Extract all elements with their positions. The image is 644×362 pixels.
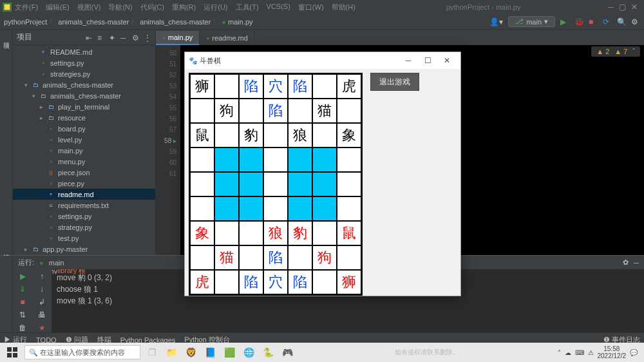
board-cell[interactable] <box>288 245 312 270</box>
user-icon[interactable]: 👤▾ <box>489 17 503 26</box>
tree-item[interactable]: main.py <box>13 145 155 156</box>
app-icon[interactable]: 🐍 <box>259 345 277 360</box>
down-icon[interactable]: ↓ <box>40 285 44 294</box>
menu-item[interactable]: 视图(V) <box>74 1 104 14</box>
board-cell[interactable] <box>263 148 288 172</box>
board-cell[interactable]: 鼠 <box>337 221 361 245</box>
app-icon[interactable]: 📁 <box>162 345 180 360</box>
run-all-icon[interactable]: ⇓ <box>19 285 26 294</box>
board-cell[interactable] <box>312 123 337 148</box>
board-cell[interactable] <box>190 196 214 221</box>
menu-item[interactable]: 运行(U) <box>200 1 231 14</box>
hide-icon[interactable]: ─ <box>120 33 128 41</box>
run-icon[interactable]: ▶ <box>560 17 569 26</box>
menu-item[interactable]: 工具(T) <box>232 1 262 14</box>
board-cell[interactable]: 狮 <box>337 270 361 294</box>
tree-item[interactable]: ▸🗀play_in_terminal <box>13 101 155 112</box>
tree-item[interactable]: settings.py <box>13 57 155 68</box>
hide-icon[interactable]: ─ <box>634 259 639 267</box>
board-cell[interactable]: 狗 <box>312 245 337 270</box>
alert-icon[interactable]: ⚠ <box>588 349 594 356</box>
tree-item[interactable]: menu.py <box>13 156 155 167</box>
menu-item[interactable]: 编辑(E) <box>43 1 73 14</box>
board-cell[interactable] <box>214 196 239 221</box>
board-cell[interactable] <box>214 148 239 172</box>
board-cell[interactable]: 豹 <box>288 221 312 245</box>
board-cell[interactable]: 狼 <box>263 221 288 245</box>
board-cell[interactable]: 豹 <box>239 123 263 148</box>
tree-item[interactable]: level.py <box>13 134 155 145</box>
board-cell[interactable]: 猫 <box>312 99 337 123</box>
board-cell[interactable]: 虎 <box>190 270 214 294</box>
notifications-icon[interactable]: 💬 <box>630 349 638 356</box>
board-cell[interactable] <box>263 172 288 196</box>
board-cell[interactable] <box>190 99 214 123</box>
minimize-icon[interactable]: ─ <box>608 3 614 12</box>
board-cell[interactable]: 象 <box>337 123 361 148</box>
tree-item[interactable]: board.py <box>13 123 155 134</box>
branch-selector[interactable]: ⎇ main ▾ <box>508 16 555 27</box>
clear-icon[interactable]: ★ <box>39 323 46 332</box>
board-cell[interactable] <box>214 172 239 196</box>
board-cell[interactable] <box>239 99 263 123</box>
more-icon[interactable]: ⋮ <box>144 33 151 41</box>
menu-item[interactable]: 代码(C) <box>137 1 167 14</box>
board-cell[interactable]: 穴 <box>263 74 288 99</box>
tree-item[interactable]: README.md <box>13 46 155 57</box>
close-icon[interactable]: ✕ <box>631 3 638 12</box>
tree-item[interactable]: readme.md <box>13 189 155 200</box>
keyboard-icon[interactable]: ⌨ <box>575 349 584 356</box>
app-icon[interactable]: 🦁 <box>182 345 200 360</box>
app-icon[interactable]: 📘 <box>201 345 219 360</box>
menu-item[interactable]: VCS(S) <box>263 1 294 14</box>
board-cell[interactable]: 陷 <box>239 270 263 294</box>
board-cell[interactable]: 狗 <box>214 99 239 123</box>
minimize-icon[interactable]: ─ <box>399 56 418 65</box>
inspection-widget[interactable]: ▲ 2 ▲ 7 ˇ <box>591 46 640 57</box>
board-cell[interactable] <box>337 172 361 196</box>
board-cell[interactable]: 陷 <box>263 245 288 270</box>
tree-item[interactable]: test.py <box>13 233 155 243</box>
board-cell[interactable] <box>312 196 337 221</box>
exit-game-button[interactable]: 退出游戏 <box>370 73 419 91</box>
tree-item[interactable]: ▸🗀resource <box>13 112 155 123</box>
expand-icon[interactable]: ≡ <box>97 33 105 41</box>
board-cell[interactable] <box>312 270 337 294</box>
filter-icon[interactable]: ⇅ <box>19 310 26 319</box>
maximize-icon[interactable]: ▢ <box>619 3 626 12</box>
board-cell[interactable] <box>214 123 239 148</box>
board-cell[interactable]: 穴 <box>263 270 288 294</box>
board-cell[interactable] <box>239 196 263 221</box>
tree-item[interactable]: ▸🗀app.py-master <box>13 243 155 254</box>
board-cell[interactable] <box>190 148 214 172</box>
settings-icon[interactable]: ✦ <box>109 33 117 41</box>
close-icon[interactable]: ✕ <box>437 56 457 65</box>
board-cell[interactable] <box>288 99 312 123</box>
taskbar-search[interactable]: 🔍 在这里输入你要搜索的内容 <box>24 345 140 359</box>
board-cell[interactable] <box>263 196 288 221</box>
board-cell[interactable]: 狼 <box>288 123 312 148</box>
stop-icon[interactable]: ■ <box>589 17 598 26</box>
board-cell[interactable] <box>239 221 263 245</box>
board-cell[interactable] <box>239 172 263 196</box>
menu-item[interactable]: 帮助(H) <box>328 1 359 14</box>
clock[interactable]: 15:58 2022/12/2 <box>598 345 627 359</box>
game-board[interactable]: 狮陷穴陷虎狗陷猫鼠豹狼象象狼豹鼠猫陷狗虎陷穴陷狮 <box>189 73 363 296</box>
tree-item[interactable]: piece.py <box>13 178 155 189</box>
board-cell[interactable]: 陷 <box>239 74 263 99</box>
board-cell[interactable] <box>337 196 361 221</box>
board-cell[interactable] <box>214 270 239 294</box>
breadcrumb-item[interactable]: ● main.py <box>222 18 252 26</box>
app-icon[interactable]: 🎮 <box>278 345 296 360</box>
board-cell[interactable]: 虎 <box>337 74 361 99</box>
maximize-icon[interactable]: ☐ <box>418 56 437 65</box>
menu-item[interactable]: 导航(N) <box>105 1 135 14</box>
rerun-icon[interactable]: ▶ <box>20 272 26 281</box>
app-icon[interactable]: 🟩 <box>220 345 238 360</box>
cloud-icon[interactable]: ☁ <box>565 349 571 356</box>
tree-item[interactable]: piece.json <box>13 167 155 178</box>
breadcrumb-item[interactable]: animals_chess-master <box>140 18 211 26</box>
board-cell[interactable] <box>337 245 361 270</box>
breadcrumb-item[interactable]: animals_chess-master <box>58 18 129 26</box>
task-view-icon[interactable]: ❐ <box>143 345 161 360</box>
